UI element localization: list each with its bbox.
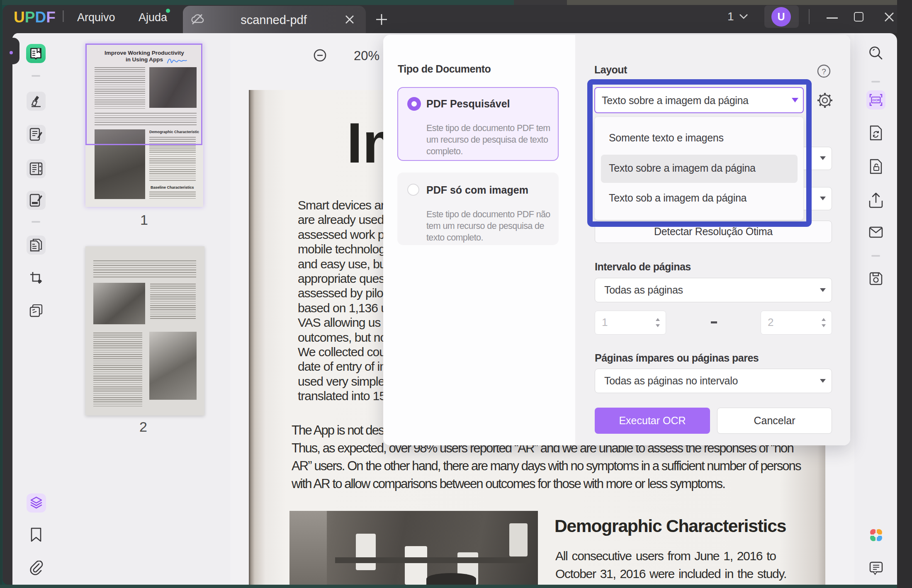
svg-text:?: ? (822, 67, 826, 76)
svg-text:OCR: OCR (873, 98, 880, 102)
